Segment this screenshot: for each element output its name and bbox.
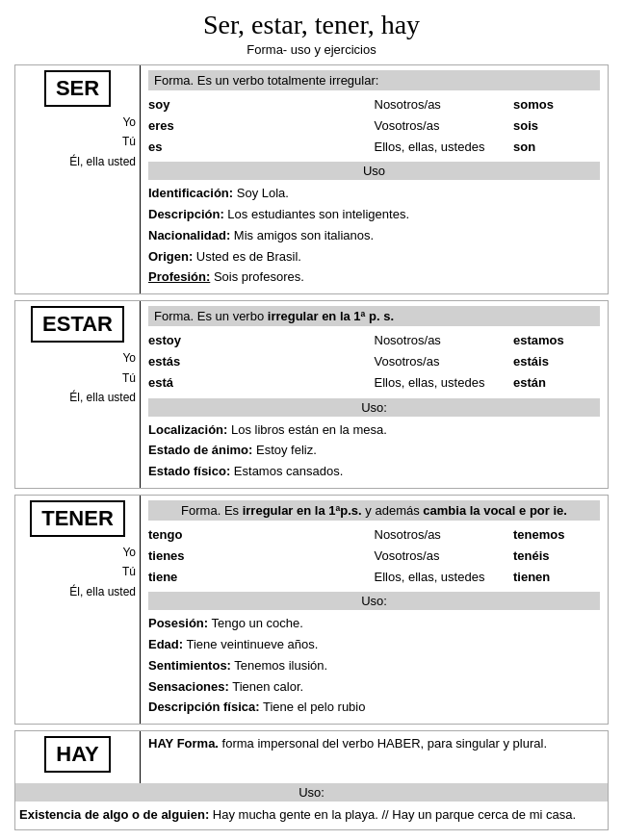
ser-conj-row-2: eres [148, 115, 375, 137]
estar-content: Forma. Es un verbo irregular en la 1ª p.… [141, 301, 608, 488]
ser-form-1: soy [148, 94, 225, 115]
tener-form-2: tienes [148, 546, 225, 567]
ser-content: Forma. Es un verbo totalmente irregular:… [141, 65, 608, 293]
ser-form2-2: sois [513, 115, 600, 137]
ser-section: SER Yo Tú Él, ella usted Forma. Es un ve… [14, 64, 609, 294]
ser-conj-row-r3: Ellos, ellas, ustedes son [375, 137, 601, 158]
ser-pronoun-1: Yo [19, 113, 136, 132]
ser-form2-3: son [513, 137, 600, 158]
estar-form2-3: están [513, 372, 600, 394]
ser-pronouns: Yo Tú Él, ella usted [19, 113, 136, 171]
estar-uso-2: Estado de ánimo: Estoy feliz. [148, 441, 600, 461]
estar-uso-3: Estado físico: Estamos cansados. [148, 462, 600, 482]
ser-form2-1: somos [513, 94, 600, 115]
estar-forma-normal: Forma. Es un verbo [154, 309, 268, 323]
hay-verb-box: HAY [44, 736, 110, 773]
estar-forma-bold: irregular en la 1ª p. s. [268, 309, 394, 323]
estar-conjugation-table: estoy estás está Nosotros/as estamos Vos… [148, 330, 600, 394]
estar-pronoun-1: Yo [19, 348, 136, 368]
estar-form-1: estoy [148, 330, 225, 351]
estar-uso-1: Localización: Los libros están en la mes… [148, 420, 600, 441]
ser-conjugation-table: soy eres es Nosotros/as somos Vosotros/a… [148, 94, 600, 158]
hay-content: HAY Forma. forma impersonal del verbo HA… [141, 731, 608, 783]
ser-conj-left: soy eres es [148, 94, 375, 158]
tener-uso-3: Sentimientos: Tenemos ilusión. [148, 656, 600, 676]
tener-uso-2: Edad: Tiene veintinueve años. [148, 635, 600, 655]
tener-uso-1: Posesión: Tengo un coche. [148, 614, 600, 634]
tener-conj-left: tengo tienes tiene [148, 524, 375, 588]
estar-pronoun2-1: Nosotros/as [375, 330, 514, 351]
ser-conj-row-1: soy [148, 94, 375, 115]
hay-top: HAY HAY Forma. forma impersonal del verb… [15, 731, 608, 783]
ser-conj-row-3: es [148, 137, 375, 158]
estar-uso-header: Uso: [148, 398, 600, 417]
hay-existencia: Existencia de algo o de alguien: Hay muc… [15, 805, 608, 829]
tener-uso-header: Uso: [148, 592, 600, 610]
ser-conj-right: Nosotros/as somos Vosotros/as sois Ellos… [375, 94, 601, 158]
tener-form-1: tengo [148, 524, 225, 546]
ser-pronoun2-1: Nosotros/as [375, 94, 514, 115]
tener-uso-5: Descripción física: Tiene el pelo rubio [148, 698, 600, 718]
ser-uso-4: Origen: Usted es de Brasil. [148, 247, 600, 267]
ser-verb-box: SER [44, 70, 111, 107]
ser-uso-2: Descripción: Los estudiantes son intelig… [148, 205, 600, 225]
tener-form2-1: tenemos [513, 524, 600, 546]
hay-forma-text: forma impersonal del verbo HABER, para s… [219, 736, 547, 751]
tener-verb-box: TENER [30, 500, 125, 537]
ser-label-col: SER Yo Tú Él, ella usted [15, 65, 141, 293]
ser-forma-header: Forma. Es un verbo totalmente irregular: [148, 70, 600, 90]
existencia-text: Hay mucha gente en la playa. // Hay un p… [209, 807, 576, 822]
ser-forma-text: Forma. Es un verbo totalmente irregular: [154, 73, 378, 88]
tener-pronoun2-3: Ellos, ellas, ustedes [375, 567, 514, 588]
estar-uso-items: Localización: Los libros están en la mes… [148, 420, 600, 482]
hay-uso-header: Uso: [15, 783, 608, 802]
estar-pronoun2-3: Ellos, ellas, ustedes [375, 372, 514, 394]
estar-conj-right: Nosotros/as estamos Vosotros/as estáis E… [375, 330, 601, 394]
ser-conj-row-r1: Nosotros/as somos [375, 94, 601, 115]
tener-forma-normal2: y además [362, 503, 424, 518]
tener-conj-right: Nosotros/as tenemos Vosotros/as tenéis E… [375, 524, 601, 588]
tener-uso-items: Posesión: Tengo un coche. Edad: Tiene ve… [148, 614, 600, 718]
ser-uso-header: Uso [148, 162, 600, 180]
estar-pronouns: Yo Tú Él, ella usted [19, 348, 136, 407]
tener-pronoun-3: Él, ella usted [19, 582, 136, 601]
hay-label-col: HAY [15, 731, 141, 783]
tener-form2-3: tienen [513, 567, 600, 588]
tener-section: TENER Yo Tú Él, ella usted Forma. Es irr… [14, 495, 609, 725]
tener-forma-header: Forma. Es irregular en la 1ªp.s. y ademá… [148, 500, 600, 521]
ser-form-2: eres [148, 115, 225, 137]
estar-conj-left: estoy estás está [148, 330, 375, 394]
estar-form2-2: estáis [513, 351, 600, 372]
tener-pronoun2-1: Nosotros/as [375, 524, 514, 546]
tener-pronoun-1: Yo [19, 543, 136, 562]
estar-label-col: ESTAR Yo Tú Él, ella usted [15, 301, 141, 488]
tener-uso-4: Sensaciones: Tienen calor. [148, 677, 600, 698]
ser-conj-row-r2: Vosotros/as sois [375, 115, 601, 137]
tener-pronouns: Yo Tú Él, ella usted [19, 543, 136, 601]
estar-forma-header: Forma. Es un verbo irregular en la 1ª p.… [148, 306, 600, 326]
tener-form2-2: tenéis [513, 546, 600, 567]
subtitle: Forma- uso y ejercicios [14, 42, 609, 57]
estar-form2-1: estamos [513, 330, 600, 351]
tener-content: Forma. Es irregular en la 1ªp.s. y ademá… [141, 496, 608, 724]
estar-pronoun2-2: Vosotros/as [375, 351, 514, 372]
estar-pronoun-3: Él, ella usted [19, 388, 136, 407]
ser-uso-items: Identificación: Soy Lola. Descripción: L… [148, 184, 600, 288]
ser-uso-1: Identificación: Soy Lola. [148, 184, 600, 204]
ser-pronoun2-3: Ellos, ellas, ustedes [375, 137, 514, 158]
page-title: Ser, estar, tener, hay [14, 10, 609, 40]
ser-pronoun-2: Tú [19, 132, 136, 151]
existencia-bold: Existencia de algo o de alguien: [19, 807, 209, 822]
estar-form-2: estás [148, 351, 225, 372]
tener-pronoun-2: Tú [19, 562, 136, 581]
tener-label-col: TENER Yo Tú Él, ella usted [15, 496, 141, 724]
tener-conjugation-table: tengo tienes tiene Nosotros/as tenemos V… [148, 524, 600, 588]
estar-section: ESTAR Yo Tú Él, ella usted Forma. Es un … [14, 300, 609, 489]
tener-forma-bold2: cambia la vocal e por ie. [423, 503, 567, 518]
ser-uso-5: Profesión: Sois profesores. [148, 267, 600, 288]
ser-uso-3: Nacionalidad: Mis amigos son italianos. [148, 226, 600, 246]
hay-forma-bold: HAY Forma. [148, 736, 219, 751]
ser-pronoun-3: Él, ella usted [19, 152, 136, 171]
ser-form-3: es [148, 137, 225, 158]
estar-form-3: está [148, 372, 225, 394]
